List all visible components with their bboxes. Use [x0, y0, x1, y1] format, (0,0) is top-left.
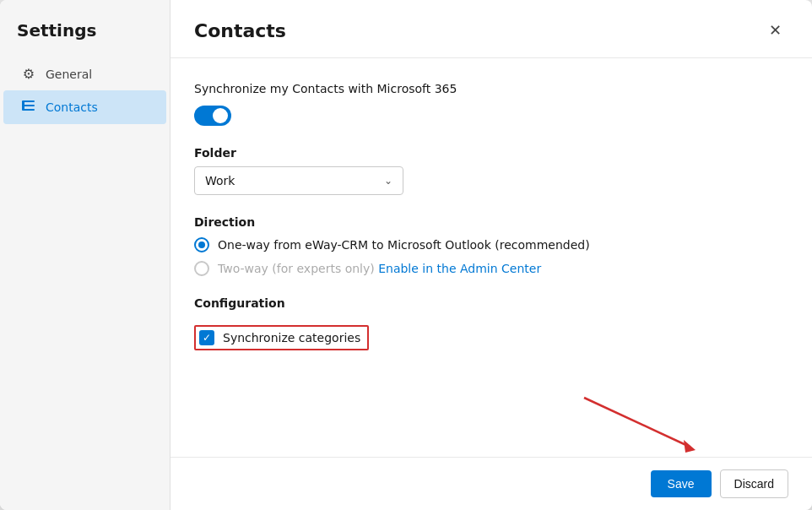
direction-oneway[interactable]: One-way from eWay-CRM to Microsoft Outlo… — [194, 237, 788, 252]
sync-toggle[interactable] — [194, 106, 231, 126]
discard-button[interactable]: Discard — [720, 469, 788, 498]
toggle-slider — [194, 106, 231, 126]
direction-label: Direction — [194, 215, 788, 229]
settings-dialog: Settings ⚙ General Contacts Contacts ✕ — [0, 0, 812, 510]
content-area: Synchronize my Contacts with Microsoft 3… — [171, 58, 812, 389]
sync-categories-checkbox[interactable]: ✓ — [199, 330, 214, 345]
svg-rect-2 — [23, 109, 35, 111]
folder-label: Folder — [194, 146, 788, 160]
arrow-area — [171, 389, 812, 457]
close-button[interactable]: ✕ — [761, 17, 788, 44]
svg-rect-0 — [23, 100, 35, 102]
sidebar-item-general-label: General — [46, 68, 92, 81]
admin-center-link[interactable]: Enable in the Admin Center — [378, 262, 541, 275]
main-header: Contacts ✕ — [171, 0, 812, 58]
toggle-wrapper — [194, 106, 788, 126]
sync-label: Synchronize my Contacts with Microsoft 3… — [194, 82, 788, 95]
annotation-arrow — [559, 389, 728, 457]
folder-section: Folder Work ⌄ — [194, 146, 788, 195]
folder-dropdown[interactable]: Work ⌄ — [194, 166, 403, 195]
sidebar-item-contacts[interactable]: Contacts — [3, 90, 166, 124]
radio-oneway-circle — [194, 237, 209, 252]
close-icon: ✕ — [769, 21, 782, 40]
svg-marker-5 — [684, 440, 696, 453]
configuration-label: Configuration — [194, 296, 788, 310]
direction-section: Direction One-way from eWay-CRM to Micro… — [194, 215, 788, 276]
sidebar-title: Settings — [0, 14, 170, 57]
svg-rect-1 — [23, 105, 35, 106]
sidebar: Settings ⚙ General Contacts — [0, 0, 171, 510]
direction-twoway[interactable]: Two-way (for experts only) Enable in the… — [194, 261, 788, 276]
configuration-section: Configuration ✓ Synchronize categories — [194, 296, 788, 350]
contacts-icon — [20, 99, 37, 116]
folder-selected-value: Work — [205, 174, 235, 187]
sidebar-item-contacts-label: Contacts — [46, 100, 98, 114]
page-title: Contacts — [194, 20, 286, 41]
svg-line-4 — [584, 398, 690, 447]
sync-section: Synchronize my Contacts with Microsoft 3… — [194, 82, 788, 126]
gear-icon: ⚙ — [20, 66, 37, 82]
direction-oneway-label: One-way from eWay-CRM to Microsoft Outlo… — [218, 238, 590, 252]
footer: Save Discard — [171, 457, 812, 510]
checkmark-icon: ✓ — [203, 332, 211, 344]
sidebar-item-general[interactable]: ⚙ General — [3, 57, 166, 90]
direction-radio-group: One-way from eWay-CRM to Microsoft Outlo… — [194, 237, 788, 276]
main-content: Contacts ✕ Synchronize my Contacts with … — [171, 0, 812, 510]
chevron-down-icon: ⌄ — [384, 175, 392, 187]
sync-categories-item[interactable]: ✓ Synchronize categories — [194, 325, 369, 350]
direction-twoway-label: Two-way (for experts only) Enable in the… — [218, 262, 541, 275]
radio-twoway-circle — [194, 261, 209, 276]
save-button[interactable]: Save — [651, 470, 712, 497]
svg-rect-3 — [22, 100, 24, 111]
sync-categories-label: Synchronize categories — [223, 331, 360, 345]
